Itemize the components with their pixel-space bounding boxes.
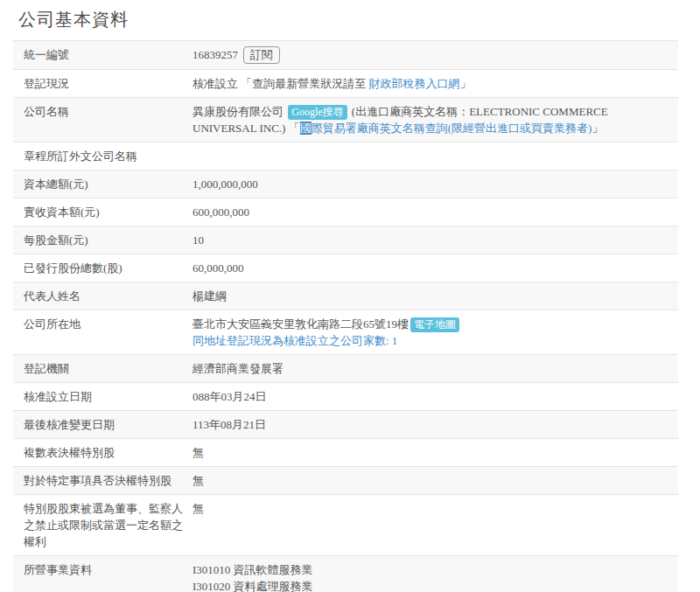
tax-id-value: 16839257 xyxy=(192,48,238,61)
table-row-establishment-date: 核准設立日期 088年03月24日 xyxy=(13,382,678,410)
table-row-special-shareholder-rights: 特別股股東被選為董事、監察人之禁止或限制或當選一定名額之權利 無 xyxy=(13,494,678,555)
table-row-price-per-share: 每股金額(元) 10 xyxy=(13,226,678,254)
row-label: 最後核准變更日期 xyxy=(13,416,192,433)
row-value: 無 xyxy=(192,500,678,550)
table-row-representative: 代表人姓名 楊建綱 xyxy=(13,282,678,310)
row-label: 章程所訂外文公司名稱 xyxy=(13,148,192,164)
row-value: 異康股份有限公司 Google搜尋 (出進口廠商英文名稱：ELECTRONIC … xyxy=(192,103,678,136)
company-name-suffix: 」 xyxy=(592,122,603,135)
company-info-table: 統一編號 16839257訂閱 登記現況 核准設立 「查詢最新營業狀況請至 財政… xyxy=(13,40,678,592)
row-value xyxy=(192,148,678,164)
row-value: 10 xyxy=(192,232,678,248)
row-label: 登記機關 xyxy=(13,360,192,377)
row-label: 公司所在地 xyxy=(13,316,192,349)
row-label: 統一編號 xyxy=(13,46,192,64)
row-value: 1,000,000,000 xyxy=(192,176,678,192)
table-row-issued-shares: 已發行股份總數(股) 60,000,000 xyxy=(13,254,678,282)
business-item: I301020 資料處理服務業 xyxy=(192,578,671,592)
table-row-company-address: 公司所在地 臺北市大安區義安里敦化南路二段65號19樓電子地圖 同地址登記現況為… xyxy=(13,310,678,354)
row-value: 無 xyxy=(192,472,678,489)
row-label: 已發行股份總數(股) xyxy=(13,260,192,276)
row-value: 臺北市大安區義安里敦化南路二段65號19樓電子地圖 同地址登記現況為核准設立之公… xyxy=(192,316,678,349)
row-label: 資本總額(元) xyxy=(13,176,192,192)
row-label: 對於特定事項具否決權特別股 xyxy=(13,472,192,489)
table-row-registry-agency: 登記機關 經濟部商業發展署 xyxy=(13,354,678,382)
table-row-paid-in-capital: 實收資本額(元) 600,000,000 xyxy=(13,198,678,226)
row-value: I301010 資訊軟體服務業 I301020 資料處理服務業 I301030 … xyxy=(192,561,678,592)
trade-admin-link-highlighted-char[interactable]: 國 xyxy=(300,122,312,135)
trade-admin-link[interactable]: 際貿易署廠商英文名稱查詢(限經營出進口或買賣業務者) xyxy=(312,122,592,135)
row-value: 無 xyxy=(192,444,678,461)
row-value: 16839257訂閱 xyxy=(192,46,678,64)
table-row-veto-shares: 對於特定事項具否決權特別股 無 xyxy=(13,466,678,494)
business-item: I301010 資訊軟體服務業 xyxy=(192,561,671,578)
row-label: 代表人姓名 xyxy=(13,288,192,304)
row-value: 楊建綱 xyxy=(192,288,678,304)
row-label: 所營事業資料 xyxy=(13,561,192,592)
tax-portal-link[interactable]: 財政部稅務入口網 xyxy=(369,77,460,90)
company-info-page: 公司基本資料 統一編號 16839257訂閱 登記現況 核准設立 「查詢最新營業… xyxy=(13,0,678,592)
table-row-registration-status: 登記現況 核准設立 「查詢最新營業狀況請至 財政部稅務入口網」 xyxy=(13,69,678,97)
subscribe-button[interactable]: 訂閱 xyxy=(243,46,280,64)
row-value: 600,000,000 xyxy=(192,204,678,220)
row-value: 經濟部商業發展署 xyxy=(192,360,678,377)
row-label: 複數表決權特別股 xyxy=(13,444,192,461)
company-name-value: 異康股份有限公司 xyxy=(192,105,284,118)
e-map-badge[interactable]: 電子地圖 xyxy=(410,317,459,332)
row-label: 實收資本額(元) xyxy=(13,204,192,220)
row-value: 113年08月21日 xyxy=(192,416,678,433)
page-title: 公司基本資料 xyxy=(13,0,678,40)
row-label: 特別股股東被選為董事、監察人之禁止或限制或當選一定名額之權利 xyxy=(13,500,192,550)
row-value: 核准設立 「查詢最新營業狀況請至 財政部稅務入口網」 xyxy=(192,75,678,92)
same-address-count-link[interactable]: 同地址登記現況為核准設立之公司家數: 1 xyxy=(192,334,397,347)
row-label: 每股金額(元) xyxy=(13,232,192,248)
table-row-last-change-date: 最後核准變更日期 113年08月21日 xyxy=(13,410,678,438)
status-text-suffix: 」 xyxy=(460,77,472,90)
row-label: 登記現況 xyxy=(13,75,192,92)
table-row-foreign-name: 章程所訂外文公司名稱 xyxy=(13,142,678,170)
table-row-company-name: 公司名稱 異康股份有限公司 Google搜尋 (出進口廠商英文名稱：ELECTR… xyxy=(13,97,678,142)
row-value: 088年03月24日 xyxy=(192,388,678,405)
table-row-business-scope: 所營事業資料 I301010 資訊軟體服務業 I301020 資料處理服務業 I… xyxy=(13,555,678,592)
google-search-badge[interactable]: Google搜尋 xyxy=(288,105,346,120)
row-label: 公司名稱 xyxy=(13,103,192,136)
status-text: 核准設立 「查詢最新營業狀況請至 xyxy=(192,77,369,90)
table-row-multiple-voting-shares: 複數表決權特別股 無 xyxy=(13,438,678,466)
address-value: 臺北市大安區義安里敦化南路二段65號19樓 xyxy=(192,317,409,331)
table-row-tax-id: 統一編號 16839257訂閱 xyxy=(13,40,678,69)
row-label: 核准設立日期 xyxy=(13,388,192,405)
row-value: 60,000,000 xyxy=(192,260,678,276)
table-row-total-capital: 資本總額(元) 1,000,000,000 xyxy=(13,170,678,198)
